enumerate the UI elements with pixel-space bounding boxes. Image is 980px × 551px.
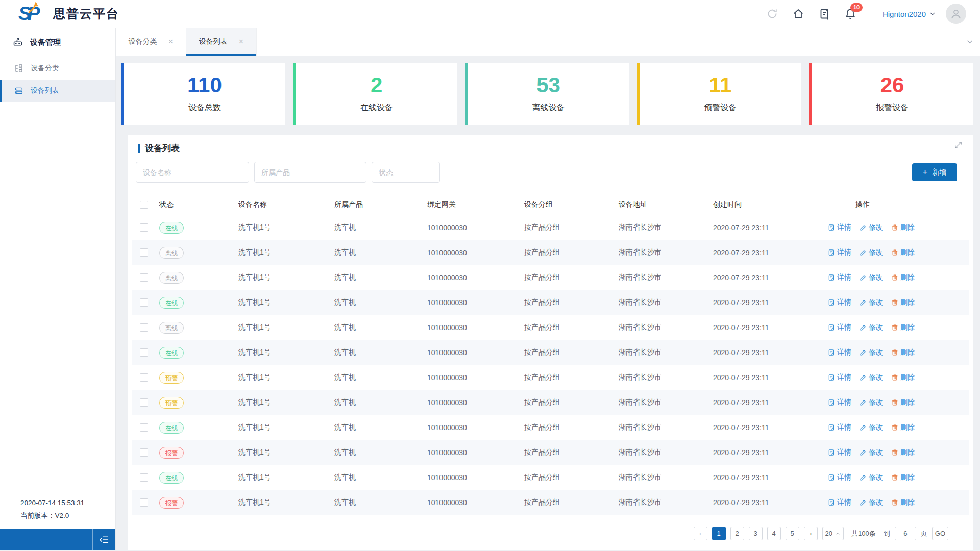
close-icon[interactable]: ×: [239, 38, 243, 46]
stat-value: 11: [709, 74, 731, 96]
product-cell: 洗车机: [331, 498, 424, 507]
row-checkbox[interactable]: [140, 323, 148, 332]
row-checkbox[interactable]: [140, 373, 148, 382]
edit-link[interactable]: 修改: [860, 398, 883, 407]
chevron-down-icon: [929, 11, 936, 17]
tab-device-category[interactable]: 设备分类×: [116, 28, 186, 56]
page-button-3[interactable]: 3: [749, 527, 763, 540]
document-icon[interactable]: [818, 8, 830, 20]
delete-link[interactable]: 删除: [891, 298, 915, 307]
delete-link[interactable]: 删除: [891, 248, 915, 257]
edit-link[interactable]: 修改: [860, 373, 883, 382]
edit-link[interactable]: 修改: [860, 298, 883, 307]
delete-link[interactable]: 删除: [891, 373, 915, 382]
collapse-sidebar-button[interactable]: [92, 529, 115, 550]
delete-link[interactable]: 删除: [891, 273, 915, 282]
detail-link[interactable]: 详情: [828, 398, 851, 407]
sidebar-item-device-category[interactable]: 设备分类: [0, 57, 115, 80]
goto-page-input[interactable]: [895, 527, 916, 540]
page-size-select[interactable]: 20: [822, 527, 844, 540]
edit-link[interactable]: 修改: [860, 473, 883, 482]
detail-link[interactable]: 详情: [828, 373, 851, 382]
edit-link[interactable]: 修改: [860, 498, 883, 507]
edit-link[interactable]: 修改: [860, 223, 883, 232]
delete-link[interactable]: 删除: [891, 323, 915, 332]
table-row: 预警洗车机1号洗车机1010000030按产品分组湖南省长沙市2020-07-2…: [132, 365, 969, 390]
detail-link[interactable]: 详情: [828, 273, 851, 282]
next-page-button[interactable]: ›: [804, 527, 818, 540]
edit-link[interactable]: 修改: [860, 248, 883, 257]
page-button-1[interactable]: 1: [712, 527, 726, 540]
edit-link[interactable]: 修改: [860, 423, 883, 432]
select-all-checkbox[interactable]: [140, 201, 148, 209]
detail-link[interactable]: 详情: [828, 323, 851, 332]
device-name-cell: 洗车机1号: [235, 373, 331, 382]
group-cell: 按产品分组: [521, 448, 616, 457]
detail-link[interactable]: 详情: [828, 348, 851, 357]
add-device-button[interactable]: + 新增: [912, 163, 957, 181]
detail-link[interactable]: 详情: [828, 423, 851, 432]
detail-link-label: 详情: [837, 348, 851, 357]
gateway-cell: 1010000030: [424, 498, 521, 507]
sidebar-item-device-list[interactable]: 设备列表: [0, 80, 115, 102]
delete-link[interactable]: 删除: [891, 498, 915, 507]
row-checkbox[interactable]: [140, 448, 148, 457]
row-actions: 详情修改删除: [802, 340, 969, 365]
delete-link[interactable]: 删除: [891, 223, 915, 232]
status-badge: 在线: [159, 472, 184, 484]
edit-link-label: 修改: [869, 473, 883, 482]
filter-input-product[interactable]: [254, 162, 366, 183]
refresh-icon[interactable]: [766, 8, 778, 20]
sidebar-header-label: 设备管理: [30, 38, 61, 47]
edit-link-label: 修改: [869, 448, 883, 457]
row-select-cell: [132, 398, 156, 407]
edit-link[interactable]: 修改: [860, 348, 883, 357]
detail-link[interactable]: 详情: [828, 223, 851, 232]
go-button[interactable]: GO: [932, 527, 948, 540]
row-checkbox[interactable]: [140, 423, 148, 432]
device-list-icon: [14, 86, 23, 95]
edit-link[interactable]: 修改: [860, 448, 883, 457]
detail-link[interactable]: 详情: [828, 248, 851, 257]
avatar[interactable]: [946, 4, 966, 24]
expand-panel-icon[interactable]: [954, 141, 963, 149]
row-checkbox[interactable]: [140, 273, 148, 282]
row-checkbox[interactable]: [140, 223, 148, 232]
filter-input-status[interactable]: [372, 162, 440, 183]
sidebar-header-device-management[interactable]: 设备管理: [0, 28, 115, 57]
delete-link[interactable]: 删除: [891, 423, 915, 432]
row-checkbox[interactable]: [140, 398, 148, 407]
page-button-4[interactable]: 4: [767, 527, 781, 540]
delete-link[interactable]: 删除: [891, 398, 915, 407]
detail-link[interactable]: 详情: [828, 473, 851, 482]
filter-bar: + 新增: [136, 162, 969, 183]
detail-link[interactable]: 详情: [828, 498, 851, 507]
delete-link[interactable]: 删除: [891, 473, 915, 482]
row-checkbox[interactable]: [140, 298, 148, 307]
user-menu[interactable]: Hignton2020: [883, 10, 936, 18]
delete-link[interactable]: 删除: [891, 348, 915, 357]
tab-options-button[interactable]: [959, 28, 980, 56]
product-cell: 洗车机: [331, 273, 424, 282]
filter-input-device-name[interactable]: [136, 162, 249, 183]
home-icon[interactable]: [792, 8, 804, 20]
bell-icon[interactable]: 10: [844, 8, 856, 20]
edit-link[interactable]: 修改: [860, 323, 883, 332]
address-cell: 湖南省长沙市: [616, 498, 710, 507]
detail-link[interactable]: 详情: [828, 448, 851, 457]
status-badge: 离线: [159, 247, 184, 259]
tab-device-list[interactable]: 设备列表×: [186, 28, 257, 56]
page-button-2[interactable]: 2: [730, 527, 744, 540]
delete-link[interactable]: 删除: [891, 448, 915, 457]
close-icon[interactable]: ×: [168, 38, 173, 46]
row-actions: 详情修改删除: [802, 415, 969, 440]
row-checkbox[interactable]: [140, 473, 148, 482]
row-checkbox[interactable]: [140, 348, 148, 357]
page-button-5[interactable]: 5: [786, 527, 799, 540]
row-checkbox[interactable]: [140, 248, 148, 257]
table-row: 在线洗车机1号洗车机1010000030按产品分组湖南省长沙市2020-07-2…: [132, 290, 969, 315]
prev-page-button[interactable]: ‹: [694, 527, 707, 540]
row-checkbox[interactable]: [140, 498, 148, 507]
detail-link[interactable]: 详情: [828, 298, 851, 307]
edit-link[interactable]: 修改: [860, 273, 883, 282]
